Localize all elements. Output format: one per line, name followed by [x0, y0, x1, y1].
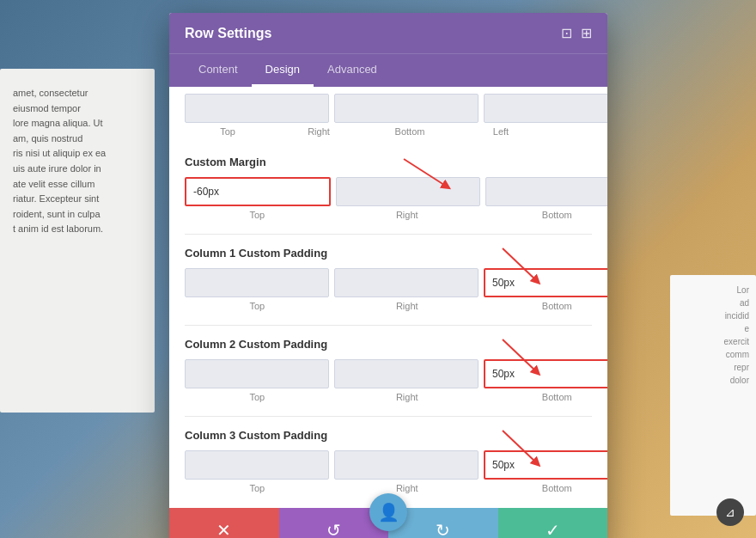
margin-input-full-row: Top Right Bottom Left ↺ 📱 — [185, 177, 592, 227]
col1-padding-label: Column 1 Custom Padding — [185, 247, 592, 260]
avatar-icon: 👤 — [378, 502, 399, 523]
modal-title: Row Settings — [185, 26, 271, 41]
col1-right[interactable] — [334, 268, 479, 297]
col3-bottom-label: Bottom — [485, 483, 607, 493]
margin-inputs-section: Top Right Bottom Left — [185, 177, 607, 227]
margin-top[interactable] — [185, 177, 331, 206]
col1-bottom[interactable] — [484, 268, 607, 297]
col2-bottom-label: Bottom — [485, 392, 607, 402]
tab-design[interactable]: Design — [252, 54, 314, 87]
top-input-row — [185, 94, 592, 123]
col1-right-label: Right — [335, 301, 480, 311]
left-panel: amet, consectetur eiusmod tempor lore ma… — [0, 69, 155, 413]
left-panel-text: amet, consectetur eiusmod tempor lore ma… — [0, 69, 155, 254]
layout-icon[interactable]: ⊞ — [581, 25, 592, 41]
col2-padding-label: Column 2 Custom Padding — [185, 338, 592, 351]
label-right: Right — [276, 126, 362, 137]
col3-top[interactable] — [185, 450, 329, 480]
col3-labels: Top Right Bottom Left — [185, 483, 607, 493]
margin-right[interactable] — [336, 177, 480, 206]
label-bottom: Bottom — [367, 126, 453, 137]
col1-labels: Top Right Bottom Left — [185, 301, 607, 311]
header-icons: ⊡ ⊞ — [561, 25, 592, 41]
col2-right-label: Right — [335, 392, 480, 402]
top-padding-right[interactable] — [334, 94, 479, 123]
col2-top[interactable] — [185, 359, 329, 388]
margin-input-row — [185, 177, 607, 206]
modal-header: Row Settings ⊡ ⊞ — [169, 13, 607, 53]
label-left: Left — [458, 126, 544, 137]
col2-inputs-section: Top Right Bottom Left — [185, 359, 607, 409]
expand-icon[interactable]: ⊡ — [561, 25, 572, 41]
top-labels: Top Right Bottom Left — [185, 126, 592, 137]
col2-input-full-row: Top Right Bottom Left ↺ 📱 — [185, 359, 592, 409]
custom-margin-label: Custom Margin — [185, 156, 592, 168]
notch-icon[interactable]: ⊿ — [716, 498, 744, 526]
col2-input-row — [185, 359, 607, 388]
margin-bottom-label: Bottom — [485, 210, 607, 220]
col1-input-full-row: Top Right Bottom Left ↺ 📱 — [185, 268, 592, 318]
top-padding-bottom[interactable] — [484, 94, 607, 123]
top-padding-top[interactable] — [185, 94, 329, 123]
col2-bottom[interactable] — [484, 359, 607, 388]
col2-right[interactable] — [334, 359, 479, 388]
col1-top[interactable] — [185, 268, 329, 297]
top-padding-partial: Top Right Bottom Left — [185, 87, 592, 137]
label-top: Top — [185, 126, 271, 137]
modal-body: Top Right Bottom Left Custom Margin — [169, 87, 607, 508]
col2-labels: Top Right Bottom Left — [185, 392, 607, 402]
col3-padding-label: Column 3 Custom Padding — [185, 429, 592, 442]
margin-right-label: Right — [335, 210, 480, 220]
floating-avatar: 👤 — [369, 493, 407, 531]
col2-top-label: Top — [185, 392, 330, 402]
col1-top-label: Top — [185, 301, 330, 311]
cancel-button[interactable]: ✕ — [169, 508, 279, 538]
col1-input-row — [185, 268, 607, 297]
col3-right[interactable] — [334, 450, 479, 480]
save-button[interactable]: ✓ — [498, 508, 608, 538]
col3-top-label: Top — [185, 483, 330, 493]
col3-right-label: Right — [335, 483, 480, 493]
col1-inputs-section: Top Right Bottom Left — [185, 268, 607, 318]
notch-symbol: ⊿ — [725, 505, 735, 519]
custom-margin-group: Custom Margin Top Right Bottom Left — [185, 144, 592, 235]
row-settings-modal: Row Settings ⊡ ⊞ Content Design Advanced — [169, 13, 607, 538]
right-panel-text: Lor ad incidid e exercit comm repr dolor — [670, 275, 756, 395]
modal-tabs: Content Design Advanced — [169, 53, 607, 87]
margin-bottom[interactable] — [485, 177, 607, 206]
col3-bottom[interactable] — [484, 450, 607, 480]
margin-labels: Top Right Bottom Left — [185, 210, 607, 220]
tab-advanced[interactable]: Advanced — [314, 54, 391, 87]
col1-padding-group: Column 1 Custom Padding Top Right Bottom… — [185, 235, 592, 326]
margin-top-label: Top — [185, 210, 330, 220]
tab-content[interactable]: Content — [185, 54, 252, 87]
col1-bottom-label: Bottom — [485, 301, 607, 311]
right-panel: Lor ad incidid e exercit comm repr dolor — [670, 275, 756, 516]
col3-inputs-section: Top Right Bottom Left — [185, 450, 607, 500]
col3-input-row — [185, 450, 607, 480]
col2-padding-group: Column 2 Custom Padding Top Right Bottom… — [185, 326, 592, 417]
